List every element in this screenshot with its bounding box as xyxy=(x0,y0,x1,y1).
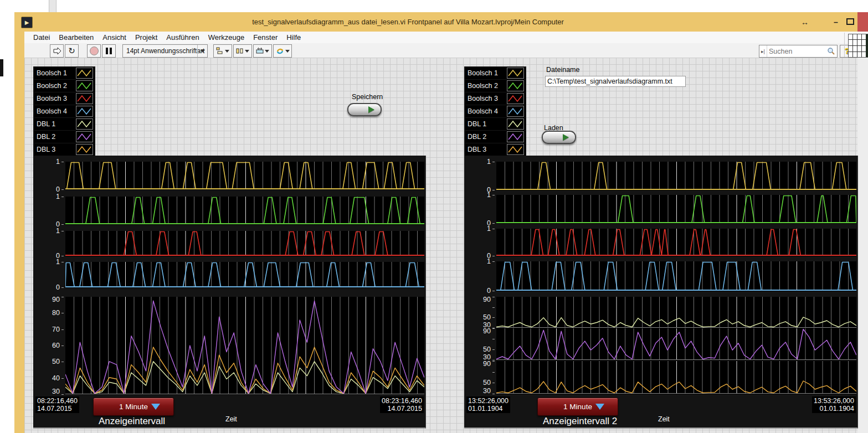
run-button[interactable] xyxy=(50,44,64,58)
y-tick-label: 1 xyxy=(37,227,60,235)
speichern-button[interactable] xyxy=(347,103,382,116)
plot-band-dbl-3[interactable] xyxy=(496,361,856,394)
waveform-chart-left[interactable]: 08:22:16,46014.07.2015 08:23:16,46014.07… xyxy=(33,156,426,429)
y-tick-label: 40 xyxy=(37,374,60,382)
close-button[interactable] xyxy=(857,12,868,32)
y-tick-label: 50 xyxy=(468,313,491,321)
font-selector-dropdown[interactable] xyxy=(197,45,207,57)
resize-objects-button[interactable] xyxy=(253,44,272,58)
legend-item-boolsch-4[interactable]: Boolsch 4 xyxy=(34,105,95,117)
search-history-icon[interactable]: ▸| xyxy=(759,45,767,57)
plot-band-dbl-2[interactable] xyxy=(496,328,856,360)
ok-arrow-icon xyxy=(368,106,374,113)
legend-line-sample xyxy=(507,131,524,142)
plot-band-boolsch-2[interactable] xyxy=(65,197,424,225)
legend-line-sample xyxy=(507,118,524,130)
y-tick-mark xyxy=(492,190,495,190)
y-tick-label: 90 xyxy=(468,296,491,303)
legend-item-dbl-2[interactable]: DBL 2 xyxy=(465,131,526,143)
labview-app-icon: ▶ xyxy=(21,17,33,28)
plot-band-boolsch-2[interactable] xyxy=(496,195,856,224)
y-tick-mark xyxy=(61,394,64,395)
plot-band-boolsch-4[interactable] xyxy=(65,262,424,288)
x-axis-label: Zeit xyxy=(658,415,670,423)
plot-band-boolsch-4[interactable] xyxy=(496,261,856,291)
legend-item-dbl-3[interactable]: DBL 3 xyxy=(34,143,95,156)
legend-item-dbl-1[interactable]: DBL 1 xyxy=(34,118,95,130)
y-tick-mark xyxy=(61,162,64,162)
y-tick-mark xyxy=(492,317,495,318)
distribute-objects-button[interactable] xyxy=(233,44,252,58)
y-tick-mark xyxy=(492,256,495,256)
menu-item-werkzeuge[interactable]: Werkzeuge xyxy=(204,33,249,42)
menu-item-fenster[interactable]: Fenster xyxy=(249,33,282,42)
context-help-icon[interactable]: ↔ xyxy=(798,18,812,27)
search-input[interactable] xyxy=(767,48,827,55)
search-box[interactable]: ▸| xyxy=(759,45,838,58)
abort-button[interactable] xyxy=(87,44,101,58)
y-tick-label: 50 xyxy=(37,358,60,365)
y-tick-label: 0 xyxy=(37,283,60,291)
plot-band-boolsch-3[interactable] xyxy=(496,229,856,256)
connector-pane-icon[interactable] xyxy=(848,34,866,58)
run-continuously-button[interactable]: ↻ xyxy=(65,44,79,58)
y-tick-mark xyxy=(492,223,495,224)
minimize-button[interactable]: – xyxy=(829,18,843,27)
y-tick-mark xyxy=(492,328,495,329)
plot-band-boolsch-1[interactable] xyxy=(496,162,856,190)
legend-item-boolsch-3[interactable]: Boolsch 3 xyxy=(34,92,95,105)
legend-line-sample xyxy=(507,144,524,155)
menu-item-datei[interactable]: Datei xyxy=(29,33,54,42)
y-tick-label: 50 xyxy=(468,346,491,353)
y-tick-mark xyxy=(492,361,495,362)
legend-line-sample xyxy=(507,68,524,79)
dateiname-input[interactable] xyxy=(545,76,686,87)
menu-item-ansicht[interactable]: Ansicht xyxy=(98,33,131,42)
abort-icon xyxy=(90,47,99,55)
legend-item-boolsch-4[interactable]: Boolsch 4 xyxy=(465,105,526,117)
legend-item-boolsch-2[interactable]: Boolsch 2 xyxy=(465,80,526,92)
legend-item-boolsch-1[interactable]: Boolsch 1 xyxy=(465,67,526,79)
align-objects-icon xyxy=(216,47,224,55)
y-tick-mark xyxy=(492,261,495,262)
dropdown-triangle-icon xyxy=(595,404,604,410)
anzeigeintervall-dropdown[interactable]: 1 Minute xyxy=(93,398,174,416)
pause-button[interactable] xyxy=(102,44,116,58)
plot-band-dbl-1-3[interactable] xyxy=(65,297,424,395)
menu-bar: DateiBearbeitenAnsichtProjektAusführenWe… xyxy=(24,32,868,44)
maximize-button[interactable] xyxy=(843,18,857,27)
search-icon[interactable] xyxy=(827,47,835,55)
y-tick-mark xyxy=(492,339,495,339)
y-tick-mark xyxy=(492,297,495,297)
plot-band-dbl-1[interactable] xyxy=(496,297,856,328)
menu-item-bearbeiten[interactable]: Bearbeiten xyxy=(54,33,98,42)
font-selector[interactable]: 14pt Anwendungsschriftart xyxy=(122,44,208,58)
y-tick-label: 90 xyxy=(37,296,60,303)
y-tick-mark xyxy=(492,394,495,394)
legend-item-boolsch-2[interactable]: Boolsch 2 xyxy=(34,80,95,92)
menu-item-hilfe[interactable]: Hilfe xyxy=(282,33,305,42)
legend-item-dbl-3[interactable]: DBL 3 xyxy=(465,143,526,156)
menu-item-ausführen[interactable]: Ausführen xyxy=(162,33,203,42)
legend-label: DBL 2 xyxy=(465,133,486,141)
reorder-button[interactable] xyxy=(273,44,292,58)
vi-icon[interactable] xyxy=(866,34,868,58)
front-panel[interactable]: Boolsch 1Boolsch 2Boolsch 3Boolsch 4DBL … xyxy=(24,58,868,433)
anzeigeintervall-dropdown[interactable]: 1 Minute xyxy=(537,398,618,416)
y-tick-label: 0 xyxy=(37,185,60,193)
y-tick-mark xyxy=(61,224,64,225)
align-objects-button[interactable] xyxy=(213,44,232,58)
x-axis-start-time: 13:52:26,00001.01.1904 xyxy=(466,396,510,413)
laden-button[interactable] xyxy=(542,131,576,144)
plot-band-boolsch-1[interactable] xyxy=(65,162,424,190)
title-bar[interactable]: ▶ test_signalverlaufsdiagramm_aus datei_… xyxy=(14,12,868,32)
chart-caption: Anzeigeintervall 2 xyxy=(543,416,617,427)
x-axis-start-time: 08:22:16,46014.07.2015 xyxy=(35,396,79,413)
waveform-chart-right[interactable]: 13:52:26,00001.01.1904 13:53:26,00001.01… xyxy=(464,156,858,429)
legend-item-boolsch-3[interactable]: Boolsch 3 xyxy=(465,92,526,105)
legend-item-dbl-2[interactable]: DBL 2 xyxy=(34,131,95,143)
menu-item-projekt[interactable]: Projekt xyxy=(131,33,162,42)
legend-item-dbl-1[interactable]: DBL 1 xyxy=(465,118,526,130)
plot-band-boolsch-3[interactable] xyxy=(65,231,424,256)
legend-item-boolsch-1[interactable]: Boolsch 1 xyxy=(34,67,95,79)
